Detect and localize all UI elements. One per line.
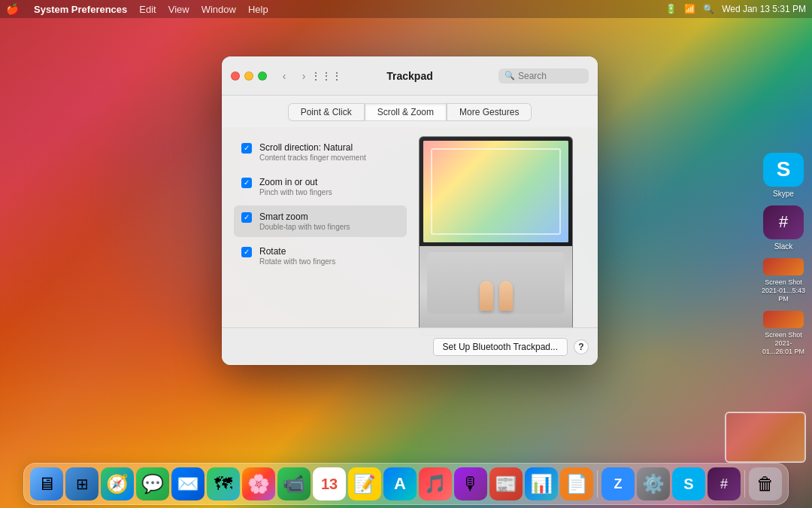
dock-icon-zoom[interactable]: Z: [601, 467, 635, 500]
preview-trackpad-area: [420, 246, 572, 335]
menubar-edit[interactable]: Edit: [139, 4, 156, 15]
dock-icon-photos[interactable]: 🌸: [242, 467, 275, 500]
skype-label: Skype: [773, 190, 794, 198]
sidebar-apps: S Skype # Slack Screen Shot2021-01...5:4…: [761, 153, 806, 356]
checkbox-scroll-direction[interactable]: ✓: [241, 143, 252, 154]
menubar-right: 🔋 📶 🔍 Wed Jan 13 5:31 PM: [665, 4, 806, 14]
preview-screen-overlay: [423, 141, 568, 242]
dock-icon-music[interactable]: 🎵: [419, 467, 452, 500]
wifi-icon: 📶: [684, 4, 695, 14]
checkmark-icon-4: ✓: [244, 248, 250, 256]
dock-icon-messages[interactable]: 💬: [136, 467, 169, 500]
search-input[interactable]: [518, 71, 586, 81]
grid-view-button[interactable]: ⋮⋮⋮: [318, 68, 335, 84]
bluetooth-setup-button[interactable]: Set Up Bluetooth Trackpad...: [433, 338, 568, 356]
finder-icon: 🖥: [38, 473, 56, 494]
skype-dock-icon: S: [683, 476, 693, 493]
option-rotate[interactable]: ✓ Rotate Rotate with two fingers: [234, 240, 407, 272]
search-menubar-icon[interactable]: 🔍: [703, 4, 714, 14]
pages-icon: 📄: [565, 473, 588, 494]
messages-icon: 💬: [141, 473, 164, 494]
dock-icon-mail[interactable]: ✉️: [171, 467, 205, 500]
dock-separator-1: [597, 470, 598, 497]
checkmark-icon-2: ✓: [244, 179, 250, 187]
option-title-smart-zoom: Smart zoom: [259, 211, 350, 222]
menubar-window[interactable]: Window: [201, 4, 236, 15]
traffic-lights: [231, 71, 267, 81]
minimize-button[interactable]: [244, 71, 253, 81]
sidebar-screenshot-1[interactable]: Screen Shot2021-01...5:43 PM: [761, 258, 806, 303]
menubar-left: 🍎 System Preferences Edit View Window He…: [6, 3, 268, 15]
option-subtitle-scroll-direction: Content tracks finger movement: [259, 154, 366, 162]
maximize-button[interactable]: [258, 71, 267, 81]
dock-icon-news[interactable]: 📰: [489, 467, 523, 500]
screenshot-1-label: Screen Shot2021-01...5:43 PM: [761, 278, 806, 303]
sidebar-app-slack[interactable]: # Slack: [761, 205, 806, 251]
mail-icon: ✉️: [177, 473, 199, 494]
option-subtitle-smart-zoom: Double-tap with two fingers: [259, 223, 350, 231]
slack-dock-icon: #: [720, 476, 728, 492]
option-smart-zoom[interactable]: ✓ Smart zoom Double-tap with two fingers: [234, 205, 407, 237]
dock-icon-safari[interactable]: 🧭: [101, 467, 134, 500]
battery-icon: 🔋: [665, 4, 677, 14]
back-button[interactable]: ‹: [276, 68, 292, 84]
screenshot-2-icon: [763, 311, 804, 329]
dock-icon-facetime[interactable]: 📹: [277, 467, 311, 500]
safari-icon: 🧭: [106, 473, 129, 494]
checkbox-rotate[interactable]: ✓: [241, 247, 252, 257]
maps-icon: 🗺: [214, 473, 232, 494]
menubar-time: Wed Jan 13 5:31 PM: [722, 4, 806, 14]
music-icon: 🎵: [424, 473, 447, 494]
dock-icon-podcasts[interactable]: 🎙: [454, 467, 487, 500]
option-scroll-direction[interactable]: ✓ Scroll direction: Natural Content trac…: [234, 136, 407, 168]
calendar-icon: 13: [321, 476, 338, 493]
dock-icon-syspref[interactable]: ⚙️: [637, 467, 670, 500]
checkmark-icon-3: ✓: [244, 214, 250, 221]
checkbox-smart-zoom[interactable]: ✓: [241, 212, 252, 223]
forward-button[interactable]: ›: [295, 68, 312, 84]
option-text-scroll-direction: Scroll direction: Natural Content tracks…: [259, 142, 366, 162]
tab-scroll-zoom[interactable]: Scroll & Zoom: [365, 103, 447, 121]
slack-icon: #: [763, 205, 804, 239]
dock-icon-keynote[interactable]: 📊: [525, 467, 558, 500]
dock-icon-finder[interactable]: 🖥: [30, 467, 63, 500]
apple-menu[interactable]: 🍎: [6, 3, 19, 15]
sidebar-screenshot-2[interactable]: Screen Shot2021-01...26:01 PM: [761, 311, 806, 356]
close-button[interactable]: [231, 71, 240, 81]
option-zoom-in-out[interactable]: ✓ Zoom in or out Pinch with two fingers: [234, 171, 407, 202]
preview-screen-area: [420, 137, 572, 246]
facetime-icon: 📹: [283, 473, 305, 494]
tab-point-click[interactable]: Point & Click: [288, 103, 365, 121]
dock-icon-appstore[interactable]: A: [383, 467, 417, 500]
dock-icon-notes[interactable]: 📝: [348, 467, 381, 500]
dock-icon-calendar[interactable]: 13: [313, 467, 346, 500]
option-subtitle-rotate: Rotate with two fingers: [259, 257, 335, 266]
help-button[interactable]: ?: [574, 339, 589, 354]
search-box[interactable]: 🔍: [498, 68, 589, 84]
dock-icon-trash[interactable]: 🗑: [749, 467, 782, 500]
slack-label: Slack: [774, 242, 792, 251]
notes-icon: 📝: [353, 473, 376, 494]
desktop-thumbnail: [725, 412, 806, 463]
option-title-rotate: Rotate: [259, 246, 335, 257]
nav-buttons: ‹ ›: [276, 68, 312, 84]
dock-icon-slack[interactable]: #: [707, 467, 741, 500]
dock-icon-pages[interactable]: 📄: [560, 467, 593, 500]
dock-icon-maps[interactable]: 🗺: [207, 467, 240, 500]
dock-icon-launchpad[interactable]: ⊞: [65, 467, 98, 500]
launchpad-icon: ⊞: [76, 475, 89, 493]
thumbnail-preview: [726, 413, 804, 461]
sidebar-app-skype[interactable]: S Skype: [761, 153, 806, 198]
photos-icon: 🌸: [247, 473, 270, 494]
menubar: 🍎 System Preferences Edit View Window He…: [0, 0, 812, 18]
dock-icon-skype[interactable]: S: [672, 467, 705, 500]
trackpad-preview: [419, 136, 573, 336]
trackpad-window: ‹ › ⋮⋮⋮ Trackpad 🔍 Point & Click Scroll …: [222, 56, 598, 365]
option-text-rotate: Rotate Rotate with two fingers: [259, 246, 335, 266]
menubar-view[interactable]: View: [168, 4, 189, 15]
option-title-scroll-direction: Scroll direction: Natural: [259, 142, 366, 153]
options-list: ✓ Scroll direction: Natural Content trac…: [234, 136, 407, 336]
menubar-help[interactable]: Help: [248, 4, 268, 15]
tab-more-gestures[interactable]: More Gestures: [447, 103, 532, 121]
checkbox-zoom-in-out[interactable]: ✓: [241, 178, 252, 188]
